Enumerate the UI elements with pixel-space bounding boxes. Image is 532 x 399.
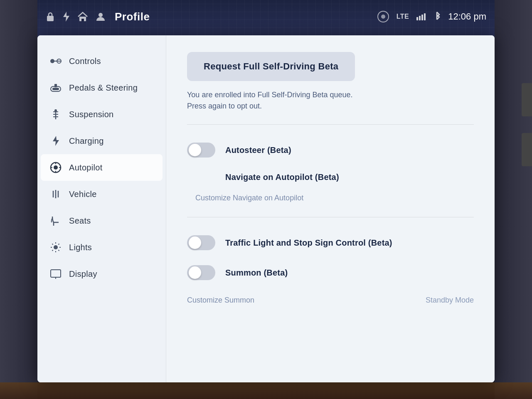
status-right: LTE 12:06 pm [377,11,486,23]
autopilot-icon [50,162,62,173]
suspension-label: Suspension [69,110,114,119]
lightning-icon [62,11,70,22]
sidebar-item-controls[interactable]: Controls [37,48,166,74]
bluetooth-icon [433,11,441,23]
divider-2 [187,217,474,217]
svg-point-14 [54,109,57,112]
lights-icon [50,241,62,253]
device-right-bezel [495,0,532,399]
seats-icon [50,215,62,227]
profile-label: Profile [115,10,150,23]
sidebar-item-lights[interactable]: Lights [37,234,166,261]
svg-point-16 [54,165,58,170]
navigate-autopilot-label: Navigate on Autopilot (Beta) [225,172,339,182]
signal-bars [416,13,426,20]
pedals-label: Pedals & Steering [69,83,138,93]
lte-label: LTE [397,13,409,20]
svg-rect-2 [81,19,84,21]
svg-rect-0 [47,16,54,21]
customize-summon-link[interactable]: Customize Summon [187,292,254,309]
traffic-toggle[interactable] [187,235,215,250]
svg-line-32 [52,250,53,251]
sidebar-item-display[interactable]: Display [37,261,166,287]
traffic-row: Traffic Light and Stop Sign Control (Bet… [187,228,474,258]
customize-navigate-link[interactable]: Customize Navigate on Autopilot [195,190,474,207]
vehicle-icon [50,188,62,200]
fsd-button[interactable]: Request Full Self-Driving Beta [187,52,355,81]
charging-label: Charging [69,136,104,146]
sidebar: Controls Pedals & Steering [37,35,166,382]
home-icon [77,12,88,22]
signal-bar-4 [424,13,426,20]
summon-toggle[interactable] [187,265,215,280]
autosteer-label: Autosteer (Beta) [225,145,291,155]
vehicle-label: Vehicle [69,190,97,199]
svg-line-29 [52,244,53,245]
autosteer-row: Autosteer (Beta) [187,135,474,165]
bottom-row: Customize Summon Standby Mode [187,288,474,313]
display-label: Display [69,269,97,279]
summon-row: Summon (Beta) [187,258,474,288]
target-icon [377,11,389,22]
sidebar-item-seats[interactable]: Seats [37,207,166,234]
main-content: Request Full Self-Driving Beta You are e… [166,35,495,382]
sidebar-item-vehicle[interactable]: Vehicle [37,181,166,207]
signal-bar-3 [421,15,423,20]
signal-bar-2 [419,16,421,20]
controls-label: Controls [69,57,101,66]
device-left-bezel [0,0,37,399]
main-screen: Controls Pedals & Steering [37,35,495,382]
lock-icon [46,11,55,22]
sidebar-item-pedals[interactable]: Pedals & Steering [37,74,166,101]
divider-1 [187,124,474,125]
svg-point-24 [54,245,58,249]
status-left: Profile [46,10,377,23]
navigate-autopilot-row: Navigate on Autopilot (Beta) [187,165,474,190]
svg-rect-9 [54,84,57,87]
autopilot-label: Autopilot [69,163,103,172]
controls-icon [50,55,62,67]
autosteer-toggle[interactable] [187,143,215,158]
display-icon [50,268,62,280]
profile-icon [96,12,106,22]
wood-trim [0,382,532,399]
standby-mode-label: Standby Mode [426,296,474,305]
svg-point-3 [99,13,103,17]
sidebar-item-charging[interactable]: Charging [37,128,166,154]
sidebar-item-autopilot[interactable]: Autopilot [41,154,163,181]
fsd-description: You are enrolled into Full Self-Driving … [187,89,362,112]
svg-line-30 [58,250,59,251]
time-display: 12:06 pm [448,11,486,22]
sidebar-item-suspension[interactable]: Suspension [37,101,166,128]
suspension-icon [50,108,62,120]
summon-label: Summon (Beta) [225,268,288,278]
device-frame: Profile LTE 12:06 pm [0,0,532,399]
svg-rect-8 [52,88,59,90]
traffic-label: Traffic Light and Stop Sign Control (Bet… [225,238,392,248]
status-bar: Profile LTE 12:06 pm [37,0,495,33]
pedals-icon [50,82,62,94]
svg-rect-33 [51,270,61,277]
seats-label: Seats [69,216,91,226]
signal-bar-1 [416,17,418,20]
svg-line-31 [58,244,59,245]
charging-icon [50,135,62,147]
lights-label: Lights [69,243,92,252]
